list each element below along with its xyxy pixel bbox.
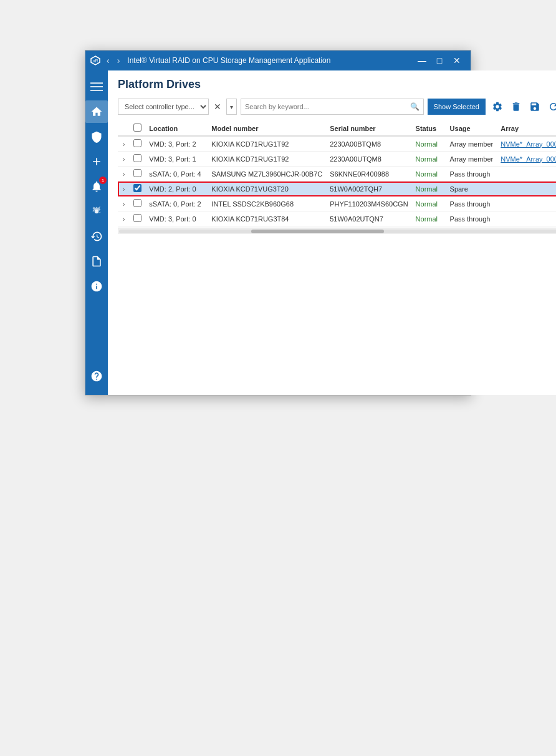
clear-filter-button[interactable]: ✕ xyxy=(213,102,223,112)
row-check-cell xyxy=(130,211,145,226)
expand-button[interactable]: › xyxy=(122,201,126,208)
row-check-cell xyxy=(130,182,145,196)
close-button[interactable]: ✕ xyxy=(448,52,466,69)
row-expand-cell: › xyxy=(118,136,130,152)
row-checkbox[interactable] xyxy=(133,154,141,162)
row-usage: Spare xyxy=(446,182,497,196)
row-model: KIOXIA KCD71RUG1T92 xyxy=(208,152,326,167)
sidebar-item-menu[interactable] xyxy=(85,75,108,98)
row-expand-cell: › xyxy=(118,167,130,182)
back-button[interactable]: ‹ xyxy=(104,54,112,67)
svg-rect-3 xyxy=(90,86,103,87)
row-status: Normal xyxy=(412,152,446,167)
table-row[interactable]: › VMD: 3, Port: 1 KIOXIA KCD71RUG1T92 22… xyxy=(118,152,556,167)
drives-table: Location Model number Serial number Stat… xyxy=(118,121,556,226)
row-array: NVMe*_Array_000 xyxy=(497,136,556,152)
row-model: KIOXIA KCD71VUG3T20 xyxy=(208,182,326,196)
svg-rect-2 xyxy=(90,82,103,84)
row-model: SAMSUNG MZ7L3960HCJR-00B7C xyxy=(208,167,326,182)
title-bar: vR ‹ › Intel® Virtual RAID on CPU Storag… xyxy=(85,51,471,70)
row-array: NVMe*_Array_000 xyxy=(497,152,556,167)
table-row[interactable]: › sSATA: 0, Port: 4 SAMSUNG MZ7L3960HCJR… xyxy=(118,167,556,182)
row-check-cell xyxy=(130,152,145,167)
main-content: Platform Drives Select controller type..… xyxy=(108,70,556,395)
expand-button[interactable]: › xyxy=(122,156,126,163)
row-serial: 2230A00UTQM8 xyxy=(326,152,411,167)
select-all-checkbox[interactable] xyxy=(133,124,141,132)
app-window: vR ‹ › Intel® Virtual RAID on CPU Storag… xyxy=(85,50,471,395)
row-model: KIOXIA KCD71RUG3T84 xyxy=(208,211,326,226)
row-status: Normal xyxy=(412,136,446,152)
sidebar-item-alerts[interactable]: 1 xyxy=(85,175,108,198)
row-serial: S6KNNE0R400988 xyxy=(326,167,411,182)
row-location: sSATA: 0, Port: 4 xyxy=(145,167,208,182)
row-location: VMD: 2, Port: 0 xyxy=(145,182,208,196)
row-checkbox[interactable] xyxy=(133,139,141,147)
row-location: VMD: 3, Port: 2 xyxy=(145,136,208,152)
col-header-check xyxy=(130,121,145,136)
sidebar-item-history[interactable] xyxy=(85,225,108,248)
show-selected-button[interactable]: Show Selected xyxy=(428,99,486,115)
col-header-location: Location xyxy=(145,121,208,136)
expand-button[interactable]: › xyxy=(122,186,126,193)
row-status: Normal xyxy=(412,182,446,196)
sidebar-item-shield[interactable] xyxy=(85,125,108,148)
row-checkbox[interactable] xyxy=(133,184,141,192)
window-title: Intel® Virtual RAID on CPU Storage Manag… xyxy=(127,56,413,65)
row-location: VMD: 3, Port: 0 xyxy=(145,211,208,226)
sidebar-item-add[interactable] xyxy=(85,150,108,173)
row-check-cell xyxy=(130,196,145,211)
forward-button[interactable]: › xyxy=(115,54,123,67)
table-row[interactable]: › VMD: 3, Port: 0 KIOXIA KCD71RUG3T84 51… xyxy=(118,211,556,226)
col-header-array: Array xyxy=(497,121,556,136)
app-body: 1 Platform Drives xyxy=(85,70,471,395)
sidebar-item-tasks[interactable] xyxy=(85,200,108,223)
delete-icon-button[interactable] xyxy=(508,99,524,115)
horizontal-scrollbar[interactable] xyxy=(118,228,556,234)
title-bar-nav: ‹ › xyxy=(104,54,122,67)
search-input[interactable] xyxy=(245,103,408,110)
col-header-usage: Usage xyxy=(446,121,497,136)
row-expand-cell: › xyxy=(118,152,130,167)
refresh-icon-button[interactable] xyxy=(545,99,556,115)
row-status: Normal xyxy=(412,211,446,226)
sidebar-item-help[interactable] xyxy=(85,365,108,387)
table-row[interactable]: › VMD: 3, Port: 2 KIOXIA KCD71RUG1T92 22… xyxy=(118,136,556,152)
search-icon: 🔍 xyxy=(410,102,419,111)
row-serial: 51W0A02UTQN7 xyxy=(326,211,411,226)
sidebar: 1 xyxy=(85,70,108,395)
expand-button[interactable]: › xyxy=(122,141,126,148)
sidebar-item-home[interactable] xyxy=(85,100,108,123)
expand-button[interactable]: › xyxy=(122,216,126,223)
save-icon-button[interactable] xyxy=(527,99,543,115)
row-usage: Pass through xyxy=(446,211,497,226)
sidebar-item-log[interactable] xyxy=(85,250,108,273)
row-array xyxy=(497,211,556,226)
app-icon: vR xyxy=(90,56,100,65)
sidebar-item-info[interactable] xyxy=(85,275,108,298)
toolbar-icons xyxy=(489,99,556,115)
row-usage: Pass through xyxy=(446,196,497,211)
table-row[interactable]: › VMD: 2, Port: 0 KIOXIA KCD71VUG3T20 51… xyxy=(118,182,556,196)
alerts-badge: 1 xyxy=(99,177,107,184)
row-serial: 51W0A002TQH7 xyxy=(326,182,411,196)
settings-icon-button[interactable] xyxy=(489,99,506,115)
toolbar: Select controller type... ✕ ▾ 🔍 Show Sel… xyxy=(118,99,556,115)
row-location: VMD: 3, Port: 1 xyxy=(145,152,208,167)
maximize-button[interactable]: □ xyxy=(431,52,448,69)
row-status: Normal xyxy=(412,167,446,182)
row-checkbox[interactable] xyxy=(133,214,141,222)
row-checkbox[interactable] xyxy=(133,199,141,207)
window-controls: — □ ✕ xyxy=(413,52,466,69)
row-usage: Array member xyxy=(446,152,497,167)
controller-type-select[interactable]: Select controller type... xyxy=(118,99,209,115)
row-expand-cell: › xyxy=(118,211,130,226)
filter-dropdown-button[interactable]: ▾ xyxy=(226,99,237,115)
svg-text:vR: vR xyxy=(93,59,98,63)
expand-button[interactable]: › xyxy=(122,171,126,178)
row-check-cell xyxy=(130,136,145,152)
table-row[interactable]: › sSATA: 0, Port: 2 INTEL SSDSC2KB960G68… xyxy=(118,196,556,211)
row-checkbox[interactable] xyxy=(133,169,141,177)
minimize-button[interactable]: — xyxy=(413,52,431,69)
row-array xyxy=(497,196,556,211)
